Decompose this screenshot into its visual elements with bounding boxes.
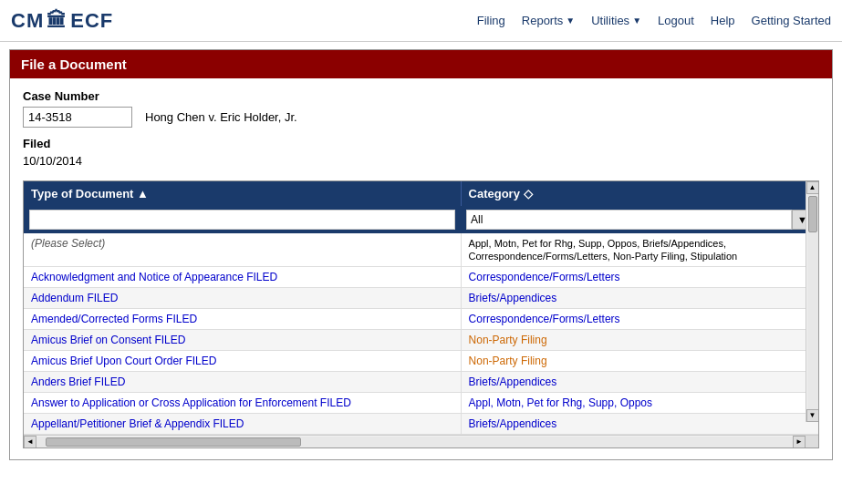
header: CM 🏛 ECF Filing Reports ▼ Utilities ▼ Lo… xyxy=(0,0,842,42)
col-category-header[interactable]: Category ◇ xyxy=(461,181,818,206)
doc-type-cell: Amicus Brief on Consent FILED xyxy=(24,330,461,351)
nav-utilities[interactable]: Utilities ▼ xyxy=(591,14,641,27)
table-row[interactable]: Amicus Brief Upon Court Order FILED Non-… xyxy=(24,351,818,372)
doc-type-cell: Amicus Brief Upon Court Order FILED xyxy=(24,351,461,372)
logo-cm: CM xyxy=(11,9,44,33)
doc-type-filter-input[interactable] xyxy=(29,210,455,230)
table-row[interactable]: Acknowledgment and Notice of Appearance … xyxy=(24,267,818,288)
main-content: File a Document Case Number 14-3518 Hong… xyxy=(0,49,842,460)
doc-type-cell: Answer to Application or Cross Applicati… xyxy=(24,393,461,414)
scroll-down-btn[interactable]: ▼ xyxy=(806,409,819,422)
category-cell: Correspondence/Forms/Letters xyxy=(461,309,818,330)
table-container: Type of Document ▲ Category ◇ xyxy=(24,181,818,435)
filed-label: Filed xyxy=(23,137,819,150)
category-cell: Non-Party Filing xyxy=(461,351,818,372)
logo: CM 🏛 ECF xyxy=(11,9,113,33)
panel-body: Case Number 14-3518 Hong Chen v. Eric Ho… xyxy=(10,78,832,459)
panel-header: File a Document xyxy=(10,50,832,78)
category-cell: Appl, Motn, Pet for Rhg, Supp, Oppos xyxy=(461,393,818,414)
doc-type-cell: Addendum FILED xyxy=(24,288,461,309)
table-row[interactable]: Amicus Brief on Consent FILED Non-Party … xyxy=(24,330,818,351)
scroll-right-btn[interactable]: ► xyxy=(793,436,806,448)
scroll-thumb[interactable] xyxy=(808,196,817,232)
document-table-wrapper: Type of Document ▲ Category ◇ xyxy=(23,180,819,448)
doc-type-cell: Acknowledgment and Notice of Appearance … xyxy=(24,267,461,288)
reports-dropdown-arrow: ▼ xyxy=(566,15,575,26)
doc-type-cell: (Please Select) xyxy=(24,233,461,267)
table-body: (Please Select) Appl, Motn, Pet for Rhg,… xyxy=(24,233,818,435)
category-select[interactable]: All xyxy=(466,210,792,230)
case-number-row: 14-3518 Hong Chen v. Eric Holder, Jr. xyxy=(23,107,819,128)
table-row[interactable]: Anders Brief FILED Briefs/Appendices xyxy=(24,372,818,393)
nav-reports[interactable]: Reports ▼ xyxy=(522,14,575,27)
table-row[interactable]: (Please Select) Appl, Motn, Pet for Rhg,… xyxy=(24,233,818,267)
scroll-corner xyxy=(806,436,818,448)
bottom-scroll-thumb[interactable] xyxy=(46,437,301,447)
category-select-wrapper: All ▼ xyxy=(466,210,813,230)
logo-icon: 🏛 xyxy=(47,9,68,33)
category-filter-cell: All ▼ xyxy=(461,206,818,233)
col-doc-type-header[interactable]: Type of Document ▲ xyxy=(24,181,461,206)
vertical-scrollbar[interactable]: ▲ ▼ xyxy=(806,181,818,422)
table-row[interactable]: Amended/Corrected Forms FILED Correspond… xyxy=(24,309,818,330)
file-document-panel: File a Document Case Number 14-3518 Hong… xyxy=(9,49,833,460)
table-row[interactable]: Appellant/Petitioner Brief & Appendix FI… xyxy=(24,414,818,435)
case-number-input[interactable]: 14-3518 xyxy=(23,107,132,128)
nav-getting-started[interactable]: Getting Started xyxy=(752,14,831,27)
table-header-row: Type of Document ▲ Category ◇ xyxy=(24,181,818,206)
filed-section: Filed 10/10/2014 xyxy=(23,137,819,168)
category-cell: Correspondence/Forms/Letters xyxy=(461,267,818,288)
nav-help[interactable]: Help xyxy=(711,14,735,27)
scroll-up-btn[interactable]: ▲ xyxy=(806,181,819,194)
horizontal-scrollbar[interactable]: ◄ ► xyxy=(24,435,818,447)
table-row[interactable]: Answer to Application or Cross Applicati… xyxy=(24,393,818,414)
doc-type-cell: Appellant/Petitioner Brief & Appendix FI… xyxy=(24,414,461,435)
bottom-scroll-track xyxy=(36,437,793,447)
filter-row: All ▼ xyxy=(24,206,818,233)
nav: Filing Reports ▼ Utilities ▼ Logout Help… xyxy=(477,14,831,27)
doc-type-filter-cell xyxy=(24,206,461,233)
case-title: Hong Chen v. Eric Holder, Jr. xyxy=(145,110,297,124)
category-cell: Briefs/Appendices xyxy=(461,372,818,393)
logo-ecf: ECF xyxy=(70,9,113,33)
filed-date: 10/10/2014 xyxy=(23,154,819,168)
scroll-thumb-track xyxy=(807,194,818,409)
table-row[interactable]: Addendum FILED Briefs/Appendices xyxy=(24,288,818,309)
nav-logout[interactable]: Logout xyxy=(658,14,694,27)
doc-type-cell: Anders Brief FILED xyxy=(24,372,461,393)
case-number-label: Case Number xyxy=(23,89,819,103)
scroll-left-btn[interactable]: ◄ xyxy=(24,436,36,448)
utilities-dropdown-arrow: ▼ xyxy=(632,15,641,26)
nav-filing[interactable]: Filing xyxy=(477,14,505,27)
panel-title: File a Document xyxy=(21,57,127,72)
doc-type-cell: Amended/Corrected Forms FILED xyxy=(24,309,461,330)
category-cell: Appl, Motn, Pet for Rhg, Supp, Oppos, Br… xyxy=(461,233,818,267)
document-table: Type of Document ▲ Category ◇ xyxy=(24,181,818,435)
category-cell: Briefs/Appendices xyxy=(461,288,818,309)
category-cell: Briefs/Appendices xyxy=(461,414,818,435)
category-cell: Non-Party Filing xyxy=(461,330,818,351)
